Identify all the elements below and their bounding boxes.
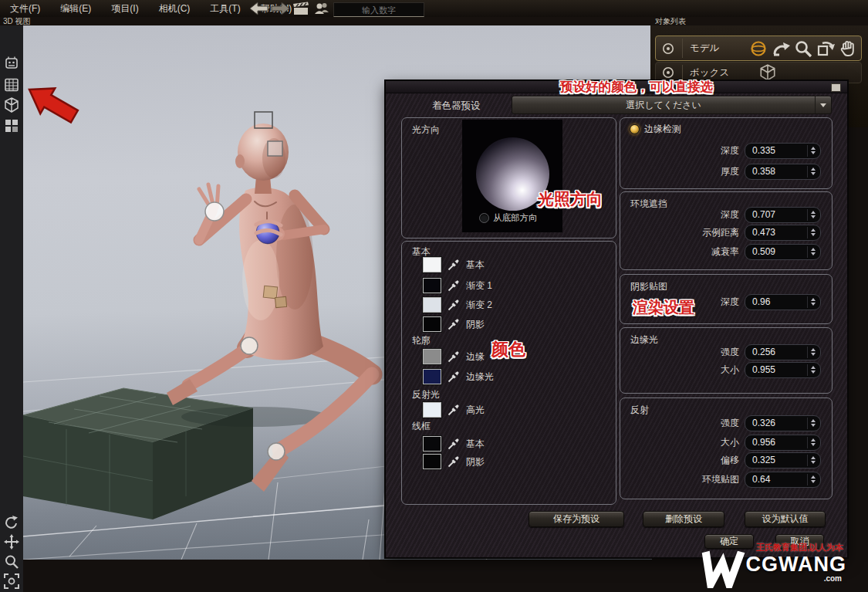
from-bottom-checkbox[interactable] — [479, 213, 489, 223]
eyedropper-icon[interactable] — [448, 350, 460, 363]
spinner[interactable] — [807, 437, 819, 448]
eyedropper-icon[interactable] — [448, 318, 460, 330]
save-preset-button[interactable]: 保存为预设 — [529, 511, 624, 527]
gizmo-hip-square-2[interactable] — [275, 296, 287, 307]
gizmo-ankle-circle[interactable] — [268, 443, 285, 460]
color-group-specular-title: 反射光 — [412, 388, 440, 401]
menu-file[interactable]: 文件(F) — [0, 0, 50, 17]
object-label-model: モデル — [690, 42, 719, 55]
color-swatch[interactable] — [423, 349, 441, 364]
mannequin-icon[interactable] — [3, 55, 20, 72]
pan-move-icon[interactable] — [3, 533, 20, 550]
zoom-icon[interactable] — [3, 553, 20, 570]
param-input[interactable] — [745, 227, 807, 238]
color-item: 渐变 2 — [423, 297, 492, 313]
param-label: 偏移 — [721, 454, 739, 467]
gizmo-knee-circle[interactable] — [241, 337, 258, 354]
color-swatch[interactable] — [423, 454, 441, 469]
param-input[interactable] — [745, 437, 807, 448]
param-label: 大小 — [721, 436, 739, 449]
grid-list-icon[interactable] — [3, 76, 20, 93]
param-label: 深度 — [721, 296, 739, 309]
clapperboard-icon[interactable] — [292, 2, 310, 15]
zoom-view-icon[interactable] — [793, 39, 813, 58]
delete-preset-button[interactable]: 删除预设 — [643, 511, 724, 527]
ok-button[interactable]: 确定 — [704, 534, 754, 549]
param-input[interactable] — [745, 474, 807, 485]
rotate-view-icon[interactable] — [771, 39, 791, 58]
menu-edit[interactable]: 编辑(E) — [50, 0, 101, 17]
back-arrow-icon[interactable] — [249, 2, 269, 15]
eyedropper-icon[interactable] — [448, 279, 460, 292]
menu-tools[interactable]: 工具(T) — [200, 0, 250, 17]
cube-icon[interactable] — [3, 96, 20, 113]
param-field — [745, 294, 821, 310]
gizmo-hand-circle[interactable] — [205, 202, 224, 221]
object-row-model[interactable]: モデル — [655, 36, 862, 61]
frame-view-icon[interactable] — [3, 573, 20, 590]
eyedropper-icon[interactable] — [448, 370, 460, 383]
param-field — [745, 225, 821, 241]
param-input[interactable] — [745, 246, 807, 257]
menu-camera[interactable]: 相机(C) — [149, 0, 201, 17]
eyedropper-icon[interactable] — [448, 455, 460, 468]
param-field — [745, 244, 821, 260]
spinner[interactable] — [807, 227, 819, 238]
model-orbit-icon[interactable] — [748, 39, 768, 58]
param-input[interactable] — [745, 364, 807, 375]
color-swatch[interactable] — [423, 369, 441, 384]
param-input[interactable] — [745, 296, 807, 307]
param-input[interactable] — [745, 145, 807, 156]
color-swatch[interactable] — [423, 257, 441, 272]
light-direction-section: 光方向 从底部方向 — [401, 117, 616, 238]
gizmo-face-square[interactable] — [268, 141, 282, 156]
spinner[interactable] — [807, 209, 819, 221]
param-input[interactable] — [745, 347, 807, 357]
spinner[interactable] — [807, 347, 819, 358]
spinner[interactable] — [807, 418, 819, 429]
color-swatch[interactable] — [423, 316, 441, 332]
color-item-label: 基本 — [466, 259, 485, 272]
hand-pan-icon[interactable] — [838, 39, 858, 58]
color-swatch[interactable] — [423, 436, 441, 452]
blocks-icon[interactable] — [3, 117, 20, 134]
param-input[interactable] — [745, 418, 807, 428]
spinner[interactable] — [807, 145, 819, 157]
spinner[interactable] — [807, 246, 819, 258]
from-bottom-label: 从底部方向 — [493, 212, 538, 224]
param-field — [745, 362, 821, 378]
color-swatch[interactable] — [423, 297, 441, 313]
forward-arrow-icon[interactable] — [271, 2, 290, 15]
rotate-object-icon[interactable] — [816, 39, 836, 58]
spinner[interactable] — [807, 166, 819, 178]
spinner[interactable] — [807, 296, 819, 308]
eyedropper-icon[interactable] — [448, 299, 460, 311]
param-field — [745, 207, 821, 223]
green-box-left[interactable] — [23, 388, 253, 519]
spinner[interactable] — [807, 455, 819, 466]
spinner[interactable] — [807, 474, 819, 485]
color-swatch[interactable] — [423, 278, 441, 293]
preset-dropdown[interactable]: 選択してください — [512, 96, 832, 114]
box-cube-icon[interactable] — [758, 63, 777, 82]
shader-preset-dialog: 着色器预设 選択してください 光方向 从底部方向 基本 基本 渐变 1 — [386, 81, 847, 557]
color-swatch[interactable] — [423, 402, 441, 418]
people-icon[interactable] — [314, 2, 330, 15]
light-direction-title: 光方向 — [412, 123, 440, 137]
number-input[interactable] — [333, 2, 424, 17]
menu-project[interactable]: 项目(I) — [101, 0, 148, 17]
orbit-rotate-icon[interactable] — [3, 514, 20, 531]
param-input[interactable] — [745, 166, 807, 177]
param-input[interactable] — [745, 455, 807, 465]
rim-light-title: 边缘光 — [630, 333, 658, 347]
gizmo-hip-square[interactable] — [263, 286, 277, 299]
eyedropper-icon[interactable] — [448, 259, 460, 271]
eyedropper-icon[interactable] — [448, 404, 460, 416]
shader-preset-label: 着色器预设 — [432, 100, 481, 113]
edge-detection-radio[interactable] — [630, 124, 640, 134]
param-input[interactable] — [745, 209, 807, 220]
eyedropper-icon[interactable] — [448, 438, 460, 450]
close-icon[interactable] — [831, 83, 841, 92]
set-default-button[interactable]: 设为默认值 — [745, 511, 826, 527]
spinner[interactable] — [807, 364, 819, 376]
